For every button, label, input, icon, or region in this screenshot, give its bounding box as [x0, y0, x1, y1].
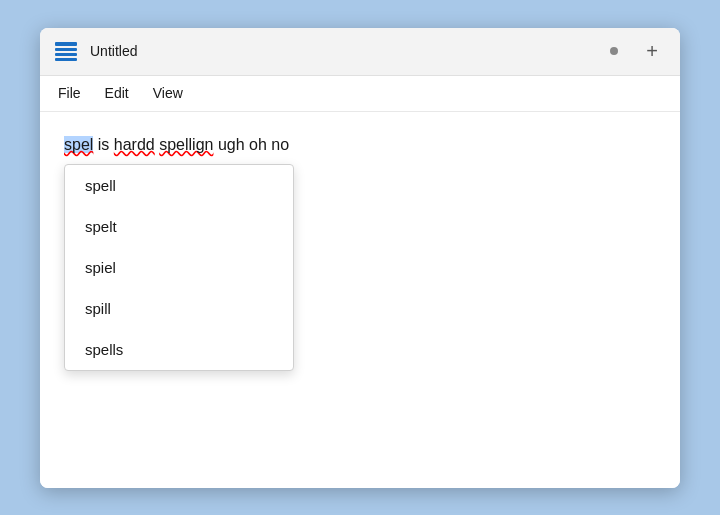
text-rest: ugh oh no — [213, 136, 289, 153]
menu-item-view[interactable]: View — [143, 81, 193, 105]
autocomplete-item-0[interactable]: spell — [65, 165, 293, 206]
title-bar: Untitled + — [40, 28, 680, 76]
autocomplete-dropdown: spell spelt spiel spill spells — [64, 164, 294, 371]
autocomplete-item-2[interactable]: spiel — [65, 247, 293, 288]
text-is: is — [93, 136, 113, 153]
editor-area[interactable]: spel is hardd spellign ugh oh no spell s… — [40, 112, 680, 488]
notepad-icon-line2 — [55, 48, 77, 51]
main-window: Untitled + File Edit View spel is hardd … — [40, 28, 680, 488]
editor-text-line: spel is hardd spellign ugh oh no — [64, 132, 656, 158]
word-spel: spel — [64, 136, 93, 153]
menu-item-file[interactable]: File — [48, 81, 91, 105]
window-title: Untitled — [90, 43, 600, 59]
menu-item-edit[interactable]: Edit — [95, 81, 139, 105]
autocomplete-item-1[interactable]: spelt — [65, 206, 293, 247]
app-icon — [52, 37, 80, 65]
menu-bar: File Edit View — [40, 76, 680, 112]
autocomplete-item-4[interactable]: spells — [65, 329, 293, 370]
unsaved-dot — [610, 47, 618, 55]
new-tab-button[interactable]: + — [636, 35, 668, 67]
notepad-icon-line4 — [55, 58, 77, 61]
word-hardd: hardd — [114, 136, 155, 153]
word-spellign: spellign — [159, 136, 213, 153]
notepad-icon-line3 — [55, 53, 77, 56]
autocomplete-item-3[interactable]: spill — [65, 288, 293, 329]
notepad-icon-line1 — [55, 42, 77, 46]
